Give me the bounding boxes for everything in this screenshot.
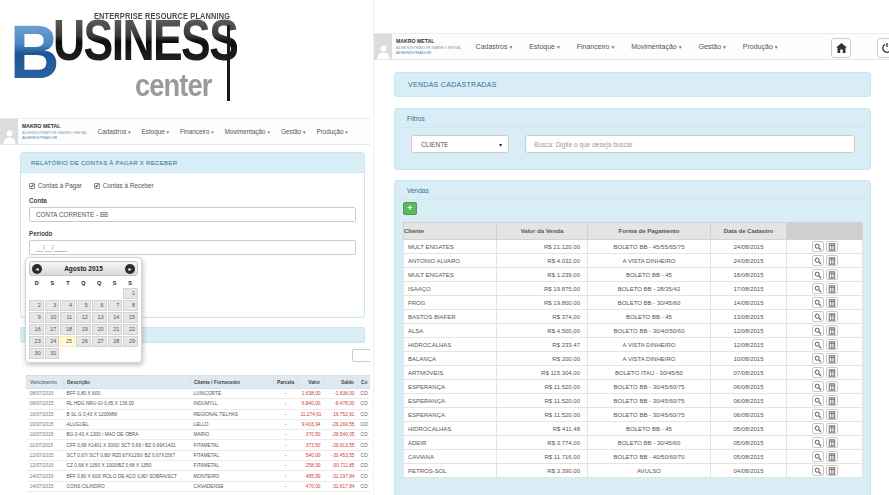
view-sale-button[interactable] — [812, 325, 824, 336]
sale-items-button[interactable] — [826, 255, 838, 266]
calendar-day[interactable]: 27 — [92, 336, 107, 347]
sale-items-button[interactable] — [826, 437, 838, 448]
menu-estoque[interactable]: Estoque ▾ — [529, 43, 559, 50]
menu-movimentacao[interactable]: Movimentação ▾ — [225, 128, 270, 135]
sale-items-button[interactable] — [826, 297, 838, 308]
checkbox-contas-a-pagar[interactable]: ✔ Contas à Pagar — [29, 182, 82, 189]
view-sale-button[interactable] — [812, 409, 824, 420]
filter-type-select[interactable]: CLIENTE ▾ — [411, 135, 509, 153]
search-input[interactable]: Busca: Digite o que deseja buscar — [525, 135, 855, 153]
calendar-day[interactable]: 20 — [92, 324, 107, 335]
sale-items-button[interactable] — [826, 325, 838, 336]
menu-estoque[interactable]: Estoque ▾ — [142, 128, 169, 135]
calendar-day[interactable]: 3 — [45, 300, 60, 311]
menu-cadastros[interactable]: Cadastros ▾ — [98, 128, 131, 135]
calendar-day[interactable]: 21 — [108, 324, 123, 335]
user-role-link[interactable]: ADMINISTRADOR — [22, 135, 88, 140]
menu-financeiro[interactable]: Financeiro ▾ — [180, 128, 214, 135]
menu-producao[interactable]: Produção ▾ — [743, 43, 778, 50]
column-header: Valor — [298, 376, 324, 389]
sale-items-button[interactable] — [826, 381, 838, 392]
view-sale-button[interactable] — [812, 339, 824, 350]
view-sale-button[interactable] — [812, 451, 824, 462]
calendar-day[interactable]: 9 — [29, 312, 44, 323]
calendar-day[interactable]: 8 — [123, 300, 138, 311]
view-sale-button[interactable] — [812, 437, 824, 448]
user-block[interactable]: MAKRO METAL ADMINISTRATOR MAKRO METAL AD… — [374, 34, 462, 59]
menu-cadastros[interactable]: Cadastros ▾ — [476, 43, 513, 50]
session-button[interactable] — [877, 38, 889, 58]
sale-items-button[interactable] — [826, 465, 838, 476]
sale-items-button[interactable] — [826, 409, 838, 420]
calendar-day[interactable]: 13 — [92, 312, 107, 323]
calendar-day[interactable]: 22 — [123, 324, 138, 335]
menu-gestao[interactable]: Gestão ▾ — [281, 128, 306, 135]
calendar-day[interactable]: 30 — [29, 348, 44, 359]
menu-gestao[interactable]: Gestão ▾ — [698, 43, 725, 50]
calendar-day[interactable]: 28 — [108, 336, 123, 347]
view-sale-button[interactable] — [812, 395, 824, 406]
calendar-prev-icon[interactable]: ◄ — [32, 264, 42, 274]
calendar-day[interactable]: 5 — [76, 300, 91, 311]
calendar-day[interactable]: 19 — [76, 324, 91, 335]
view-sale-button[interactable] — [812, 465, 824, 476]
calendar-day[interactable]: 16 — [29, 324, 44, 335]
calendar-day[interactable]: 26 — [76, 336, 91, 347]
calendar-day[interactable]: 11 — [60, 312, 75, 323]
sale-items-button[interactable] — [826, 451, 838, 462]
view-sale-button[interactable] — [812, 311, 824, 322]
installment-cell: - — [274, 471, 298, 481]
calendar-day[interactable]: 4 — [60, 300, 75, 311]
view-sale-button[interactable] — [812, 353, 824, 364]
add-sale-button[interactable]: + — [403, 202, 417, 215]
view-sale-button[interactable] — [812, 241, 824, 252]
menu-movimentacao[interactable]: Movimentação ▾ — [631, 43, 681, 50]
table-row: HIDROCALHASR$ 233,47A VISTA DINHEIRO12/0… — [404, 338, 863, 352]
sale-value-cell: R$ 11.716,00 — [497, 450, 588, 464]
calendar-day[interactable]: 29 — [123, 336, 138, 347]
sale-items-button[interactable] — [826, 269, 838, 280]
calendar-day[interactable]: 6 — [92, 300, 107, 311]
view-sale-button[interactable] — [812, 297, 824, 308]
calendar-day[interactable]: 18 — [60, 324, 75, 335]
view-sale-button[interactable] — [812, 367, 824, 378]
sale-items-button[interactable] — [826, 241, 838, 252]
calendar-day[interactable]: 14 — [108, 312, 123, 323]
calendar-day[interactable]: 25 — [60, 336, 75, 347]
calendar-day[interactable]: 1 — [123, 288, 138, 299]
calendar-day[interactable]: 23 — [29, 336, 44, 347]
calendar-day[interactable]: 10 — [45, 312, 60, 323]
sale-items-button[interactable] — [826, 423, 838, 434]
home-button[interactable] — [831, 38, 851, 58]
calendar-day[interactable]: 15 — [123, 312, 138, 323]
calendar-day[interactable]: 2 — [29, 300, 44, 311]
calendar-day[interactable]: 12 — [76, 312, 91, 323]
calendar-day[interactable]: 17 — [45, 324, 60, 335]
mini-search-box[interactable] — [352, 349, 370, 362]
sale-items-button[interactable] — [826, 367, 838, 378]
sale-items-button[interactable] — [826, 311, 838, 322]
view-sale-button[interactable] — [812, 269, 824, 280]
register-date-cell: 12/08/2015 — [711, 338, 787, 352]
user-block[interactable]: MAKRO METAL ADMINISTRATOR MAKRO METAL AD… — [0, 119, 88, 144]
sale-items-button[interactable] — [826, 353, 838, 364]
view-sale-button[interactable] — [812, 381, 824, 392]
calendar-day[interactable]: 24 — [45, 336, 60, 347]
menu-financeiro[interactable]: Financeiro ▾ — [577, 43, 614, 50]
checkbox-contas-a-receber[interactable]: ✔ Contas à Receber — [94, 182, 154, 189]
sale-items-button[interactable] — [826, 283, 838, 294]
conta-select[interactable]: CONTA CORRENTE - BB — [29, 207, 356, 222]
periodo-date-input[interactable]: __/__/____ — [29, 240, 356, 255]
view-sale-button[interactable] — [812, 255, 824, 266]
sale-items-button[interactable] — [826, 339, 838, 350]
calendar-next-icon[interactable]: ► — [125, 264, 135, 274]
calendar-day[interactable]: 7 — [108, 300, 123, 311]
view-sale-button[interactable] — [812, 423, 824, 434]
filters-panel: Filtros CLIENTE ▾ Busca: Digite o que de… — [394, 108, 871, 170]
user-role-link[interactable]: ADMINISTRADOR — [396, 50, 462, 55]
calendar-day[interactable]: 31 — [45, 348, 60, 359]
sale-items-button[interactable] — [826, 395, 838, 406]
view-sale-button[interactable] — [812, 283, 824, 294]
actions-cell — [787, 450, 863, 464]
menu-producao[interactable]: Produção ▾ — [317, 128, 348, 135]
